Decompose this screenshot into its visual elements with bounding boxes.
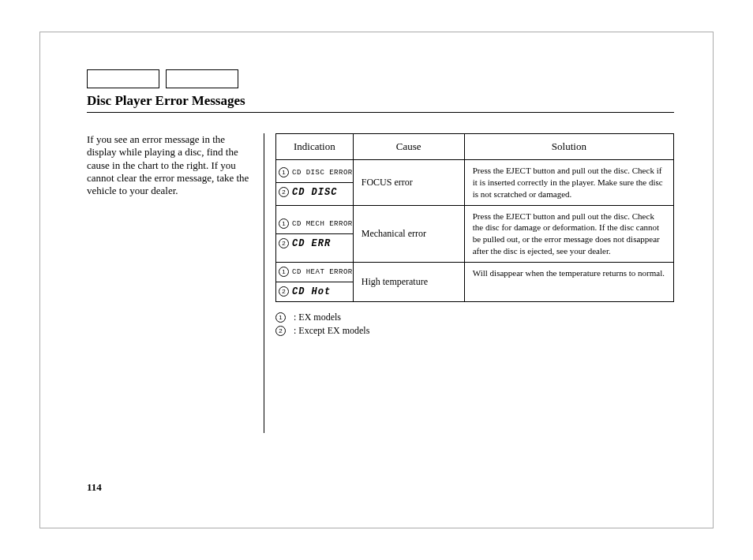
header-tabs (87, 69, 674, 88)
th-solution: Solution (464, 134, 673, 160)
column-divider (264, 133, 264, 433)
indication-row: 1 CD DISC ERROR (276, 163, 353, 182)
cause-cell: High temperature (353, 262, 464, 301)
lcd-text: CD Hot (292, 286, 353, 297)
indication-cell: 1 CD DISC ERROR 2 CD DISC (276, 160, 354, 206)
circle-indicator: 2 (275, 326, 286, 336)
lcd-text: CD DISC (292, 187, 353, 198)
lcd-text: CD DISC ERROR (292, 169, 353, 177)
solution-cell: Will disappear when the temperature retu… (464, 262, 673, 301)
legend-text: : EX models (294, 312, 341, 323)
circle-indicator: 1 (279, 218, 289, 229)
circle-indicator: 1 (279, 167, 289, 177)
circle-indicator: 1 (275, 312, 286, 323)
table-row: 1 CD DISC ERROR 2 CD DISC FOCUS error Pr… (276, 160, 674, 206)
table-header-row: Indication Cause Solution (276, 134, 674, 160)
page: Disc Player Error Messages If you see an… (0, 0, 753, 560)
legend-text: : Except EX models (294, 325, 369, 337)
indication-row: 2 CD ERR (276, 233, 353, 253)
cause-cell: Mechanical error (353, 205, 464, 262)
indication-cell: 1 CD MECH ERROR 2 CD ERR (276, 205, 354, 262)
table-row: 1 CD MECH ERROR 2 CD ERR Mechanical erro… (276, 205, 674, 262)
circle-indicator: 2 (279, 286, 289, 297)
content-area: Disc Player Error Messages If you see an… (87, 69, 674, 433)
indication-row: 1 CD HEAT ERROR (276, 263, 353, 282)
lcd-text: CD ERR (292, 238, 353, 249)
th-indication: Indication (276, 134, 354, 160)
indication-cell: 1 CD HEAT ERROR 2 CD Hot (276, 262, 354, 301)
legend-line: 2 : Except EX models (275, 325, 674, 337)
cause-cell: FOCUS error (353, 160, 464, 206)
indication-row: 2 CD Hot (276, 282, 353, 301)
lcd-text: CD MECH ERROR (292, 220, 353, 228)
th-cause: Cause (353, 134, 464, 160)
tab-placeholder-2 (166, 69, 238, 88)
circle-indicator: 1 (279, 267, 289, 277)
title-rule (87, 112, 674, 113)
table-column: Indication Cause Solution 1 CD DISC ERRO… (272, 133, 674, 433)
indication-row: 2 CD DISC (276, 182, 353, 202)
error-table: Indication Cause Solution 1 CD DISC ERRO… (275, 133, 674, 302)
circle-indicator: 2 (279, 187, 289, 197)
solution-cell: Press the EJECT button and pull out the … (464, 205, 673, 262)
two-columns: If you see an error message in the displ… (87, 133, 674, 433)
lcd-text: CD HEAT ERROR (292, 268, 353, 276)
circle-indicator: 2 (279, 238, 289, 248)
page-title: Disc Player Error Messages (87, 93, 674, 109)
tab-placeholder-1 (87, 69, 159, 88)
legend-line: 1 : EX models (275, 312, 674, 323)
table-row: 1 CD HEAT ERROR 2 CD Hot High temperatur… (276, 262, 674, 301)
indication-row: 1 CD MECH ERROR (276, 215, 353, 233)
solution-cell: Press the EJECT button and pull out the … (464, 160, 673, 206)
intro-text: If you see an error message in the displ… (87, 133, 253, 433)
legend: 1 : EX models 2 : Except EX models (275, 312, 674, 337)
page-number: 114 (87, 481, 102, 494)
